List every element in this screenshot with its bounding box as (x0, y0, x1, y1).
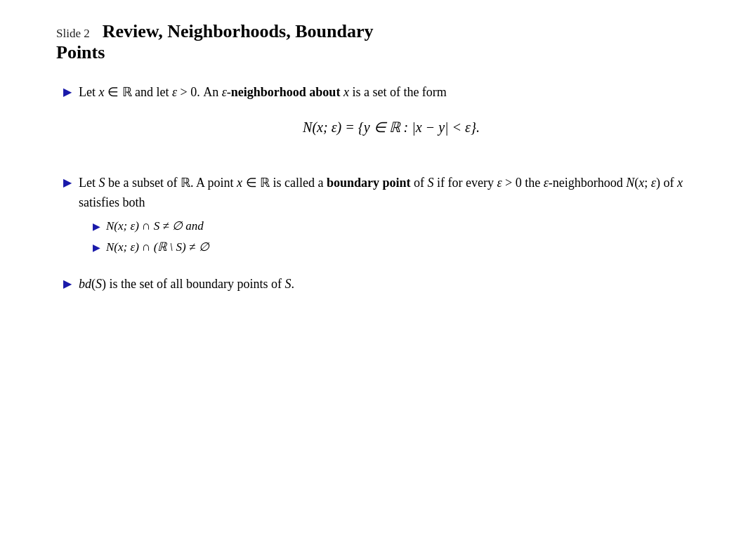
slide-title-line2: Points (56, 42, 704, 63)
bullet-content-1: Let x ∈ ℝ and let ε > 0. An ε-neighborho… (79, 83, 704, 158)
bullet-content-2: Let S be a subset of ℝ. A point x ∈ ℝ is… (79, 174, 704, 259)
main-bullet-list: ▶ Let x ∈ ℝ and let ε > 0. An ε-neighbor… (56, 83, 704, 294)
bullet-arrow-3: ▶ (63, 277, 72, 290)
sub-bullet-content-2: N(x; ε) ∩ (ℝ \ S) ≠ ∅ (106, 238, 209, 256)
sub-bullet-content-1: N(x; ε) ∩ S ≠ ∅ and (106, 217, 204, 235)
slide-title-line1: Review, Neighborhoods, Boundary (103, 21, 374, 42)
bullet-arrow-2: ▶ (63, 176, 72, 189)
bullet-arrow-1: ▶ (63, 85, 72, 98)
sub-bullet-list: ▶ N(x; ε) ∩ S ≠ ∅ and ▶ N(x; ε) ∩ (ℝ \ S… (79, 217, 704, 257)
slide-number: Slide 2 (56, 27, 90, 41)
sub-bullet-arrow-1: ▶ (93, 219, 100, 235)
sub-bullet-arrow-2: ▶ (93, 240, 100, 256)
sub-bullet-item-1: ▶ N(x; ε) ∩ S ≠ ∅ and (79, 217, 704, 235)
slide-container: Slide 2 Review, Neighborhoods, Boundary … (56, 21, 704, 294)
sub-bullet-item-2: ▶ N(x; ε) ∩ (ℝ \ S) ≠ ∅ (79, 238, 704, 256)
bullet-item-3: ▶ bd(S) is the set of all boundary point… (56, 275, 704, 294)
slide-header: Slide 2 Review, Neighborhoods, Boundary … (56, 21, 704, 63)
bullet-content-3: bd(S) is the set of all boundary points … (79, 275, 704, 294)
bullet-item-1: ▶ Let x ∈ ℝ and let ε > 0. An ε-neighbor… (56, 83, 704, 158)
bullet-item-2: ▶ Let S be a subset of ℝ. A point x ∈ ℝ … (56, 174, 704, 259)
math-display-neighborhood: N(x; ε) = {y ∈ ℝ : |x − y| < ε}. (79, 117, 704, 138)
